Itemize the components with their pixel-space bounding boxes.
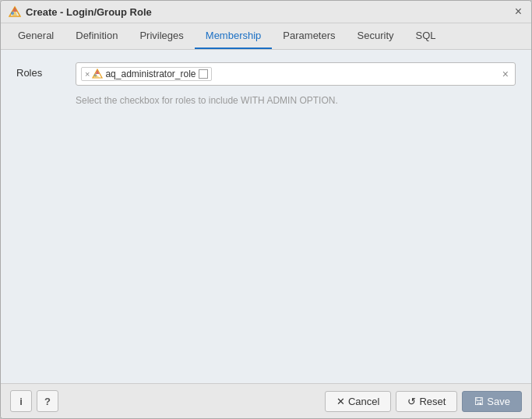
help-button[interactable]: ? (37, 390, 58, 412)
save-icon: 🖫 (474, 396, 484, 407)
save-button[interactable]: 🖫 Save (462, 391, 522, 412)
role-tag-checkbox[interactable] (199, 69, 208, 79)
dialog: Create - Login/Group Role × General Defi… (0, 0, 532, 419)
tab-sql[interactable]: SQL (405, 23, 447, 49)
title-bar: Create - Login/Group Role × (1, 1, 531, 23)
roles-input[interactable]: × aq_administrator_role × (76, 62, 516, 86)
roles-clear-button[interactable]: × (501, 68, 510, 80)
tab-parameters[interactable]: Parameters (272, 23, 346, 49)
role-tag: × aq_administrator_role (81, 67, 212, 81)
roles-hint: Select the checkbox for roles to include… (76, 95, 516, 106)
dialog-title: Create - Login/Group Role (26, 6, 152, 18)
tabs-bar: General Definition Privileges Membership… (1, 23, 531, 50)
cancel-button[interactable]: ✕ Cancel (325, 391, 391, 412)
reset-icon: ↺ (407, 396, 416, 407)
title-bar-left: Create - Login/Group Role (9, 5, 152, 18)
cancel-label: Cancel (348, 396, 379, 407)
cancel-icon: ✕ (336, 396, 345, 407)
role-tag-remove-button[interactable]: × (85, 70, 90, 79)
tab-security[interactable]: Security (347, 23, 405, 49)
roles-label: Roles (16, 62, 63, 79)
footer: i ? ✕ Cancel ↺ Reset 🖫 Save (1, 383, 531, 418)
content-area: Roles × aq_administrator_role × Select t… (1, 50, 531, 383)
footer-left: i ? (10, 390, 58, 412)
roles-row: Roles × aq_administrator_role × (16, 62, 516, 86)
tab-general[interactable]: General (7, 23, 65, 49)
footer-right: ✕ Cancel ↺ Reset 🖫 Save (325, 391, 522, 412)
dialog-icon (9, 5, 21, 18)
role-tag-name: aq_administrator_role (105, 69, 196, 79)
close-button[interactable]: × (513, 5, 523, 18)
tab-membership[interactable]: Membership (195, 23, 273, 49)
svg-point-2 (11, 12, 14, 15)
tab-privileges[interactable]: Privileges (129, 23, 194, 49)
reset-label: Reset (419, 396, 446, 407)
save-label: Save (487, 396, 510, 407)
reset-button[interactable]: ↺ Reset (396, 391, 457, 412)
info-button[interactable]: i (10, 390, 32, 412)
role-group-icon (92, 69, 103, 79)
tab-definition[interactable]: Definition (65, 23, 129, 49)
